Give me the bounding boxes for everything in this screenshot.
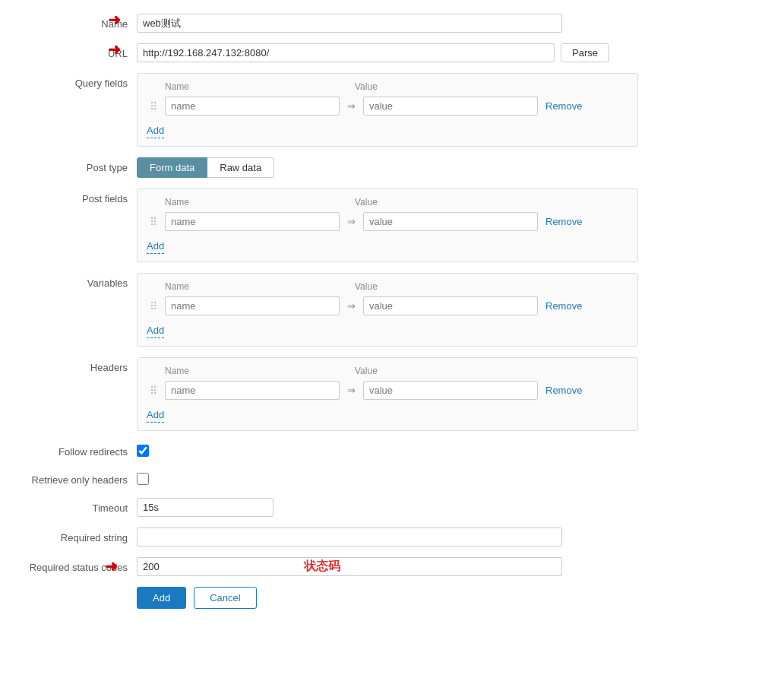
query-name-input[interactable] (165, 97, 340, 116)
hdr-add-button[interactable]: Add (147, 407, 164, 423)
post-fields-panel: Name Value ⠿ ⇒ Remove Add (137, 189, 638, 262)
drag-handle-icon[interactable]: ⠿ (147, 100, 160, 112)
variables-field-row: ⠿ ⇒ Remove (147, 296, 628, 315)
bottom-buttons: Add Cancel (15, 587, 769, 609)
query-fields-label: Query fields (15, 73, 137, 89)
add-button[interactable]: Add (137, 587, 186, 609)
query-remove-button[interactable]: Remove (542, 100, 585, 112)
required-string-input[interactable] (137, 528, 562, 547)
tab-raw-data[interactable]: Raw data (207, 157, 274, 178)
post-field-row: ⠿ ⇒ Remove (147, 212, 628, 231)
var-name-input[interactable] (165, 296, 340, 315)
hdr-arrow-sym: ⇒ (344, 385, 359, 396)
timeout-input[interactable] (137, 498, 273, 517)
name-label: Name (15, 14, 137, 30)
variables-panel: Name Value ⠿ ⇒ Remove Add (137, 273, 638, 347)
required-status-codes-label: Required status codes (15, 557, 137, 573)
cancel-button[interactable]: Cancel (194, 587, 256, 609)
follow-redirects-label: Follow redirects (15, 442, 137, 458)
hdr-drag-handle-icon[interactable]: ⠿ (147, 385, 160, 397)
var-col-value-header: Value (355, 281, 628, 292)
post-fields-label: Post fields (15, 189, 137, 204)
hdr-name-input[interactable] (165, 381, 340, 400)
retrieve-only-headers-label: Retrieve only headers (15, 470, 137, 486)
post-remove-button[interactable]: Remove (542, 216, 585, 227)
query-col-value-header: Value (355, 81, 628, 92)
post-col-name-header: Name (165, 197, 355, 208)
name-input[interactable] (137, 14, 562, 33)
hdr-col-name-header: Name (165, 366, 355, 376)
var-arrow-sym: ⇒ (344, 300, 359, 312)
headers-field-row: ⠿ ⇒ Remove (147, 381, 628, 400)
var-add-button[interactable]: Add (147, 323, 164, 338)
url-input[interactable] (137, 43, 555, 62)
timeout-label: Timeout (15, 498, 137, 514)
hdr-value-input[interactable] (363, 381, 538, 400)
retrieve-only-headers-checkbox[interactable] (137, 473, 149, 485)
parse-button[interactable]: Parse (561, 43, 609, 62)
status-codes-input[interactable] (137, 557, 562, 576)
var-col-name-header: Name (165, 281, 355, 292)
query-value-input[interactable] (363, 97, 538, 116)
var-drag-handle-icon[interactable]: ⠿ (147, 300, 160, 312)
follow-redirects-checkbox[interactable] (137, 445, 149, 457)
query-field-row: ⠿ ⇒ Remove (147, 97, 628, 116)
hdr-remove-button[interactable]: Remove (542, 385, 585, 396)
tab-form-data[interactable]: Form data (137, 157, 207, 178)
post-col-value-header: Value (355, 197, 628, 208)
status-codes-cn-label: 状态码 (304, 559, 340, 575)
query-add-button[interactable]: Add (147, 123, 164, 138)
post-drag-handle-icon[interactable]: ⠿ (147, 216, 160, 228)
arrow-sym: ⇒ (344, 100, 359, 112)
post-type-tabs: Form data Raw data (137, 157, 769, 178)
post-value-input[interactable] (363, 212, 538, 231)
post-add-button[interactable]: Add (147, 239, 164, 254)
url-label: URL (15, 43, 137, 59)
headers-panel: Name Value ⠿ ⇒ Remove Add (137, 357, 638, 431)
post-type-label: Post type (15, 157, 137, 173)
required-string-label: Required string (15, 528, 137, 543)
post-arrow-sym: ⇒ (344, 216, 359, 227)
query-col-name-header: Name (165, 81, 355, 92)
hdr-col-value-header: Value (355, 366, 628, 376)
headers-label: Headers (15, 357, 137, 373)
variables-label: Variables (15, 273, 137, 289)
query-fields-panel: Name Value ⠿ ⇒ Remove Add (137, 73, 638, 147)
var-remove-button[interactable]: Remove (542, 300, 585, 312)
var-value-input[interactable] (363, 296, 538, 315)
post-name-input[interactable] (165, 212, 340, 231)
